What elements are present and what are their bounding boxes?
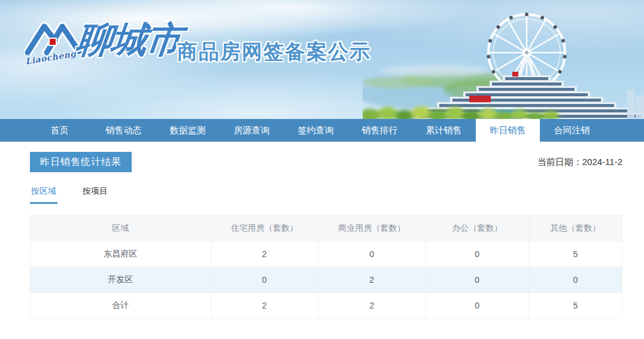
- site-banner: Liaocheng 聊城市 商品房网签备案公示: [0, 0, 644, 119]
- cell-residential: 2: [211, 242, 318, 267]
- nav-item-listing-query[interactable]: 房源查询: [220, 119, 284, 142]
- cell-office: 0: [426, 242, 528, 267]
- main-content: 昨日销售统计结果 当前日期：2024-11-2 按区域 按项目 区域 住宅用房（…: [0, 152, 644, 319]
- nav-item-contract-query[interactable]: 签约查询: [284, 119, 348, 142]
- cell-residential: 2: [211, 293, 318, 319]
- current-date-label: 当前日期：2024-11-2: [537, 157, 622, 168]
- nav-item-sales-ranking[interactable]: 销售排行: [348, 119, 412, 142]
- nav-item-data-monitoring[interactable]: 数据监测: [156, 119, 220, 142]
- title-row: 昨日销售统计结果 当前日期：2024-11-2: [30, 152, 622, 172]
- col-header-other: 其他（套数）: [528, 216, 622, 242]
- tab-by-region[interactable]: 按区域: [30, 186, 57, 204]
- nav-item-cumulative-sales[interactable]: 累计销售: [412, 119, 476, 142]
- table-header-row: 区域 住宅用房（套数） 商业用房（套数） 办公（套数） 其他（套数）: [31, 216, 622, 242]
- site-subtitle: 商品房网签备案公示: [177, 38, 371, 66]
- cell-office: 0: [426, 293, 528, 319]
- site-name: 聊城市: [74, 18, 183, 61]
- col-header-commercial: 商业用房（套数）: [318, 216, 426, 242]
- nav-item-home[interactable]: 首页: [28, 119, 92, 142]
- sales-stats-table: 区域 住宅用房（套数） 商业用房（套数） 办公（套数） 其他（套数） 东昌府区 …: [30, 215, 622, 319]
- cell-region: 合计: [31, 293, 211, 319]
- cell-commercial: 2: [318, 293, 426, 319]
- nav-item-sales-dynamics[interactable]: 销售动态: [92, 119, 156, 142]
- table-row-total: 合计 2 2 0 5: [31, 293, 622, 319]
- tab-by-project[interactable]: 按项目: [81, 186, 109, 204]
- col-header-residential: 住宅用房（套数）: [211, 216, 318, 242]
- cell-region: 开发区: [31, 267, 211, 293]
- cell-other: 0: [528, 267, 622, 293]
- nav-item-contract-cancellation[interactable]: 合同注销: [540, 119, 604, 142]
- view-tabs: 按区域 按项目: [30, 186, 622, 204]
- main-nav: 首页 销售动态 数据监测 房源查询 签约查询 销售排行 累计销售 昨日销售 合同…: [0, 119, 644, 142]
- section-title-badge: 昨日销售统计结果: [30, 152, 132, 172]
- ferris-wheel-scene-icon: [363, 0, 644, 119]
- cell-commercial: 0: [318, 242, 426, 267]
- col-header-region: 区域: [31, 216, 211, 242]
- cell-other: 5: [528, 293, 622, 319]
- table-row: 开发区 0 2 0 0: [31, 267, 622, 293]
- cell-residential: 0: [211, 267, 318, 293]
- cell-office: 0: [426, 267, 528, 293]
- cell-commercial: 2: [318, 267, 426, 293]
- table-row: 东昌府区 2 0 0 5: [31, 242, 622, 267]
- cell-region: 东昌府区: [31, 242, 211, 267]
- nav-item-yesterday-sales[interactable]: 昨日销售: [476, 119, 540, 142]
- cell-other: 5: [528, 242, 622, 267]
- col-header-office: 办公（套数）: [426, 216, 528, 242]
